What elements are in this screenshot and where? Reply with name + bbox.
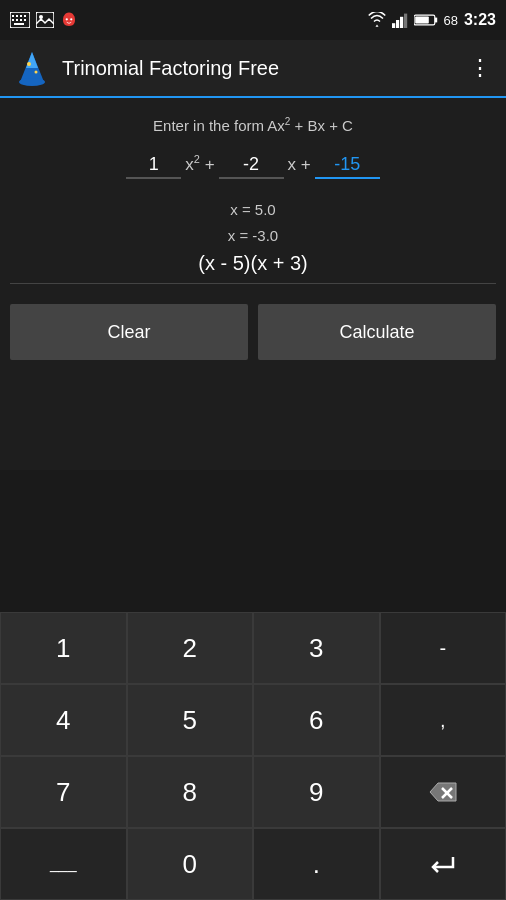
keyboard-row-2: 4 5 6 ,	[0, 684, 506, 756]
key-comma[interactable]: ,	[380, 684, 507, 756]
svg-point-24	[27, 62, 31, 66]
backspace-icon	[428, 781, 458, 803]
key-1[interactable]: 1	[0, 612, 127, 684]
operator-x-plus: x +	[284, 155, 315, 179]
key-period[interactable]: .	[253, 828, 380, 900]
result-x1: x = 5.0	[10, 197, 496, 223]
svg-rect-8	[24, 19, 26, 21]
input-c[interactable]	[315, 152, 380, 179]
key-5[interactable]: 5	[127, 684, 254, 756]
svg-rect-15	[396, 20, 399, 28]
svg-point-23	[19, 78, 45, 86]
svg-point-12	[66, 18, 68, 20]
results-area: x = 5.0 x = -3.0 (x - 5)(x + 3)	[10, 197, 496, 284]
key-3[interactable]: 3	[253, 612, 380, 684]
wifi-icon	[368, 12, 386, 28]
key-0[interactable]: 0	[127, 828, 254, 900]
svg-rect-20	[415, 16, 429, 23]
svg-rect-3	[20, 15, 22, 17]
operator-x2-plus: x2 +	[181, 153, 218, 179]
overflow-menu-button[interactable]: ⋮	[469, 55, 492, 81]
status-right-icons: 68 3:23	[368, 11, 497, 29]
svg-point-25	[35, 71, 38, 74]
enter-icon	[429, 853, 457, 875]
battery-percent: 68	[444, 13, 458, 28]
main-content: Enter in the form Ax2 + Bx + C x2 + x + …	[0, 98, 506, 380]
svg-rect-10	[36, 12, 54, 28]
instruction-text: Enter in the form Ax2 + Bx + C	[10, 116, 496, 134]
key-space[interactable]: ___	[0, 828, 127, 900]
status-bar: 68 3:23	[0, 0, 506, 40]
status-left-icons	[10, 11, 78, 29]
app-icon-small	[60, 11, 78, 29]
app-title: Trinomial Factoring Free	[62, 57, 469, 80]
svg-rect-2	[16, 15, 18, 17]
key-8[interactable]: 8	[127, 756, 254, 828]
image-icon	[36, 12, 54, 28]
keyboard-icon	[10, 12, 30, 28]
status-time: 3:23	[464, 11, 496, 29]
spacer	[0, 380, 506, 470]
top-bar: Trinomial Factoring Free ⋮	[0, 40, 506, 98]
keyboard-area: 1 2 3 - 4 5 6 , 7 8 9 ___ 0 .	[0, 612, 506, 900]
key-6[interactable]: 6	[253, 684, 380, 756]
svg-rect-5	[12, 19, 14, 21]
keyboard-row-3: 7 8 9	[0, 756, 506, 828]
key-minus[interactable]: -	[380, 612, 507, 684]
input-b[interactable]	[219, 152, 284, 179]
svg-rect-19	[434, 18, 436, 23]
input-row: x2 + x +	[10, 152, 496, 179]
svg-rect-14	[392, 23, 395, 28]
battery-icon	[414, 13, 438, 27]
svg-rect-9	[14, 23, 24, 25]
svg-rect-4	[24, 15, 26, 17]
factored-result: (x - 5)(x + 3)	[10, 252, 496, 284]
svg-rect-16	[400, 17, 403, 28]
input-c-cell	[315, 152, 380, 179]
enter-key[interactable]	[380, 828, 507, 900]
input-a[interactable]	[126, 152, 181, 179]
signal-icon	[392, 12, 408, 28]
app-logo	[14, 50, 50, 86]
keyboard-row-4: ___ 0 .	[0, 828, 506, 900]
svg-point-13	[70, 18, 72, 20]
keyboard-row-1: 1 2 3 -	[0, 612, 506, 684]
result-x2: x = -3.0	[10, 223, 496, 249]
key-7[interactable]: 7	[0, 756, 127, 828]
svg-rect-6	[16, 19, 18, 21]
svg-rect-7	[20, 19, 22, 21]
buttons-row: Clear Calculate	[10, 296, 496, 368]
input-b-cell	[219, 152, 284, 179]
key-9[interactable]: 9	[253, 756, 380, 828]
calculate-button[interactable]: Calculate	[258, 304, 496, 360]
clear-button[interactable]: Clear	[10, 304, 248, 360]
key-4[interactable]: 4	[0, 684, 127, 756]
svg-rect-17	[404, 14, 407, 28]
input-a-cell	[126, 152, 181, 179]
key-2[interactable]: 2	[127, 612, 254, 684]
svg-rect-1	[12, 15, 14, 17]
backspace-key[interactable]	[380, 756, 507, 828]
wizard-hat-icon	[16, 50, 48, 86]
